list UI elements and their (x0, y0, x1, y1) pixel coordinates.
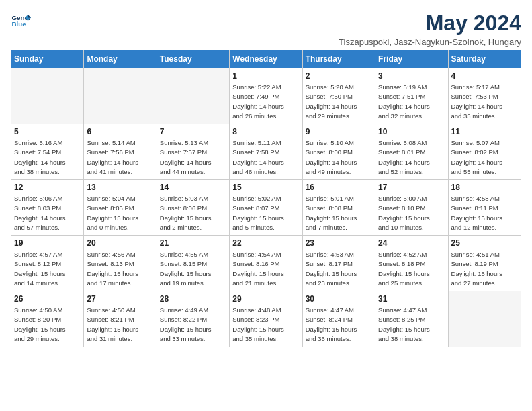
calendar-cell (157, 68, 229, 124)
day-info: Sunrise: 5:07 AMSunset: 8:02 PMDaylight:… (451, 138, 518, 177)
calendar-cell: 29Sunrise: 4:48 AMSunset: 8:23 PMDayligh… (230, 291, 302, 347)
day-info: Sunrise: 5:06 AMSunset: 8:03 PMDaylight:… (14, 194, 81, 232)
calendar-table: SundayMondayTuesdayWednesdayThursdayFrid… (11, 50, 521, 347)
calendar-header-row: SundayMondayTuesdayWednesdayThursdayFrid… (11, 50, 521, 68)
location-subtitle: Tiszapuspoki, Jasz-Nagykun-Szolnok, Hung… (339, 37, 521, 47)
calendar-cell: 2Sunrise: 5:20 AMSunset: 7:50 PMDaylight… (302, 68, 375, 124)
day-info: Sunrise: 5:00 AMSunset: 8:10 PMDaylight:… (378, 194, 445, 232)
calendar-cell: 30Sunrise: 4:47 AMSunset: 8:24 PMDayligh… (302, 291, 375, 347)
calendar-week-row: 26Sunrise: 4:50 AMSunset: 8:20 PMDayligh… (11, 291, 521, 347)
day-number: 12 (14, 183, 81, 192)
calendar-cell: 27Sunrise: 4:50 AMSunset: 8:21 PMDayligh… (84, 291, 157, 347)
logo: General Blue (11, 11, 31, 31)
calendar-cell: 28Sunrise: 4:49 AMSunset: 8:22 PMDayligh… (157, 291, 229, 347)
day-info: Sunrise: 5:01 AMSunset: 8:08 PMDaylight:… (306, 194, 372, 232)
day-info: Sunrise: 5:10 AMSunset: 8:00 PMDaylight:… (306, 138, 372, 177)
day-number: 15 (232, 183, 299, 192)
day-info: Sunrise: 5:11 AMSunset: 7:58 PMDaylight:… (232, 138, 299, 177)
calendar-cell: 16Sunrise: 5:01 AMSunset: 8:08 PMDayligh… (302, 180, 375, 236)
day-info: Sunrise: 4:50 AMSunset: 8:20 PMDaylight:… (14, 306, 81, 344)
calendar-week-row: 1Sunrise: 5:22 AMSunset: 7:49 PMDaylight… (11, 68, 521, 124)
day-number: 4 (451, 71, 518, 81)
day-info: Sunrise: 5:03 AMSunset: 8:06 PMDaylight:… (160, 194, 226, 232)
day-info: Sunrise: 4:51 AMSunset: 8:19 PMDaylight:… (451, 250, 518, 288)
day-number: 23 (306, 238, 372, 248)
weekday-header: Monday (84, 50, 157, 68)
day-number: 1 (232, 71, 299, 81)
calendar-cell: 23Sunrise: 4:53 AMSunset: 8:17 PMDayligh… (302, 236, 375, 291)
calendar-cell: 26Sunrise: 4:50 AMSunset: 8:20 PMDayligh… (11, 291, 84, 347)
day-info: Sunrise: 5:13 AMSunset: 7:57 PMDaylight:… (160, 138, 226, 177)
day-number: 13 (87, 183, 153, 192)
day-number: 2 (306, 71, 372, 81)
day-number: 9 (306, 127, 372, 136)
day-info: Sunrise: 5:02 AMSunset: 8:07 PMDaylight:… (232, 194, 299, 232)
day-number: 6 (87, 127, 153, 136)
day-info: Sunrise: 4:57 AMSunset: 8:12 PMDaylight:… (14, 250, 81, 288)
weekday-header: Wednesday (230, 50, 302, 68)
day-info: Sunrise: 5:08 AMSunset: 8:01 PMDaylight:… (378, 138, 445, 177)
day-number: 27 (87, 294, 153, 304)
day-info: Sunrise: 4:54 AMSunset: 8:16 PMDaylight:… (232, 250, 299, 288)
calendar-cell: 7Sunrise: 5:13 AMSunset: 7:57 PMDaylight… (157, 124, 229, 180)
day-info: Sunrise: 4:53 AMSunset: 8:17 PMDaylight:… (306, 250, 372, 288)
day-number: 30 (306, 294, 372, 304)
day-number: 21 (160, 238, 226, 248)
day-number: 17 (378, 183, 445, 192)
calendar-cell: 21Sunrise: 4:55 AMSunset: 8:15 PMDayligh… (157, 236, 229, 291)
day-info: Sunrise: 4:56 AMSunset: 8:13 PMDaylight:… (87, 250, 153, 288)
day-number: 31 (378, 294, 445, 304)
calendar-cell (448, 291, 521, 347)
calendar-cell: 13Sunrise: 5:04 AMSunset: 8:05 PMDayligh… (84, 180, 157, 236)
calendar-cell: 5Sunrise: 5:16 AMSunset: 7:54 PMDaylight… (11, 124, 84, 180)
svg-text:Blue: Blue (12, 20, 27, 28)
day-info: Sunrise: 4:50 AMSunset: 8:21 PMDaylight:… (87, 306, 153, 344)
day-info: Sunrise: 5:04 AMSunset: 8:05 PMDaylight:… (87, 194, 153, 232)
calendar-cell: 31Sunrise: 4:47 AMSunset: 8:25 PMDayligh… (375, 291, 448, 347)
calendar-cell: 25Sunrise: 4:51 AMSunset: 8:19 PMDayligh… (448, 236, 521, 291)
day-number: 24 (378, 238, 445, 248)
calendar-cell: 20Sunrise: 4:56 AMSunset: 8:13 PMDayligh… (84, 236, 157, 291)
calendar-cell: 1Sunrise: 5:22 AMSunset: 7:49 PMDaylight… (230, 68, 302, 124)
calendar-cell: 10Sunrise: 5:08 AMSunset: 8:01 PMDayligh… (375, 124, 448, 180)
calendar-cell: 18Sunrise: 4:58 AMSunset: 8:11 PMDayligh… (448, 180, 521, 236)
day-number: 11 (451, 127, 518, 136)
day-info: Sunrise: 4:58 AMSunset: 8:11 PMDaylight:… (451, 194, 518, 232)
title-area: May 2024 Tiszapuspoki, Jasz-Nagykun-Szol… (339, 11, 521, 47)
day-info: Sunrise: 4:47 AMSunset: 8:24 PMDaylight:… (306, 306, 372, 344)
day-number: 10 (378, 127, 445, 136)
day-info: Sunrise: 5:16 AMSunset: 7:54 PMDaylight:… (14, 138, 81, 177)
day-info: Sunrise: 4:47 AMSunset: 8:25 PMDaylight:… (378, 306, 445, 344)
day-number: 26 (14, 294, 81, 304)
day-number: 5 (14, 127, 81, 136)
calendar-cell (11, 68, 84, 124)
day-number: 29 (232, 294, 299, 304)
day-info: Sunrise: 4:52 AMSunset: 8:18 PMDaylight:… (378, 250, 445, 288)
calendar-cell: 9Sunrise: 5:10 AMSunset: 8:00 PMDaylight… (302, 124, 375, 180)
calendar-cell: 11Sunrise: 5:07 AMSunset: 8:02 PMDayligh… (448, 124, 521, 180)
calendar-cell: 24Sunrise: 4:52 AMSunset: 8:18 PMDayligh… (375, 236, 448, 291)
month-title: May 2024 (339, 11, 521, 36)
calendar-week-row: 12Sunrise: 5:06 AMSunset: 8:03 PMDayligh… (11, 180, 521, 236)
calendar-cell: 3Sunrise: 5:19 AMSunset: 7:51 PMDaylight… (375, 68, 448, 124)
calendar-week-row: 5Sunrise: 5:16 AMSunset: 7:54 PMDaylight… (11, 124, 521, 180)
calendar-cell: 14Sunrise: 5:03 AMSunset: 8:06 PMDayligh… (157, 180, 229, 236)
day-number: 3 (378, 71, 445, 81)
day-info: Sunrise: 5:14 AMSunset: 7:56 PMDaylight:… (87, 138, 153, 177)
calendar-cell: 22Sunrise: 4:54 AMSunset: 8:16 PMDayligh… (230, 236, 302, 291)
day-number: 16 (306, 183, 372, 192)
calendar-cell: 17Sunrise: 5:00 AMSunset: 8:10 PMDayligh… (375, 180, 448, 236)
weekday-header: Friday (375, 50, 448, 68)
calendar-cell: 19Sunrise: 4:57 AMSunset: 8:12 PMDayligh… (11, 236, 84, 291)
weekday-header: Saturday (448, 50, 521, 68)
day-number: 22 (232, 238, 299, 248)
day-number: 18 (451, 183, 518, 192)
day-number: 7 (160, 127, 226, 136)
day-info: Sunrise: 5:20 AMSunset: 7:50 PMDaylight:… (306, 83, 372, 121)
day-number: 20 (87, 238, 153, 248)
day-info: Sunrise: 4:49 AMSunset: 8:22 PMDaylight:… (160, 306, 226, 344)
day-number: 28 (160, 294, 226, 304)
day-number: 14 (160, 183, 226, 192)
day-info: Sunrise: 5:22 AMSunset: 7:49 PMDaylight:… (232, 83, 299, 121)
day-number: 19 (14, 238, 81, 248)
